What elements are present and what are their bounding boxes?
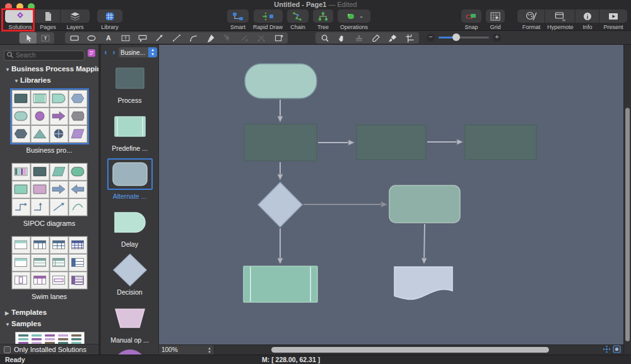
operations-button[interactable]: ⌄Operations	[338, 9, 370, 30]
tree-item-business-process-mapping[interactable]: ▼Business Process Mapping	[0, 63, 98, 74]
pan-navigator-icon[interactable]	[603, 344, 611, 356]
library-tile[interactable]	[31, 126, 49, 143]
frame-tool[interactable]	[270, 32, 287, 44]
library-tile[interactable]	[50, 126, 68, 143]
library-tile[interactable]	[50, 272, 68, 289]
tree-item-samples[interactable]: ▼Samples	[0, 318, 98, 329]
library-tile[interactable]	[12, 126, 30, 143]
stencil-item-delay[interactable]: Delay	[101, 206, 158, 249]
library-tile[interactable]	[50, 108, 68, 125]
stencil-item-decision[interactable]: Decision	[101, 254, 158, 296]
hypernote-button[interactable]: ∞Hypernote	[545, 9, 575, 30]
library-tile[interactable]	[12, 272, 30, 289]
present-button[interactable]: Present	[599, 9, 627, 30]
flowchart-node-predefined-1[interactable]	[244, 266, 317, 302]
flowchart-node-process-1[interactable]	[244, 124, 317, 161]
stencil-item-circle[interactable]	[101, 350, 158, 355]
flowchart-connector[interactable]	[422, 224, 427, 264]
flowchart-connector[interactable]	[278, 100, 283, 122]
only-installed-checkbox[interactable]	[4, 346, 11, 353]
stencil-forward-button[interactable]: ›	[110, 48, 117, 57]
arc-tool[interactable]	[185, 32, 202, 44]
library-tile[interactable]	[50, 199, 68, 216]
library-tile[interactable]	[31, 108, 49, 125]
zoom-out-button[interactable]: −	[427, 33, 435, 42]
pointer-tool[interactable]	[20, 32, 37, 44]
page-overview-icon[interactable]	[613, 344, 621, 356]
flowchart-connector[interactable]	[304, 202, 387, 208]
pencil-tool[interactable]	[367, 32, 384, 44]
flowchart-node-process-2[interactable]	[357, 125, 426, 160]
text-tool[interactable]: A	[100, 32, 117, 44]
library-tile[interactable]	[31, 272, 49, 289]
pen-tool[interactable]	[202, 32, 219, 44]
vertical-scrollbar-thumb[interactable]	[625, 108, 630, 341]
library-tile[interactable]	[12, 199, 30, 216]
crop-tool[interactable]	[401, 32, 418, 44]
rectangle-tool[interactable]	[66, 32, 83, 44]
flowchart-node-document-1[interactable]	[394, 267, 452, 300]
flowchart-connector[interactable]	[427, 139, 463, 145]
brush-tool[interactable]	[384, 32, 401, 44]
canvas-zoom-control[interactable]: 100% ▲▼	[159, 345, 215, 355]
library-tile[interactable]	[12, 108, 30, 125]
library-tile[interactable]	[31, 181, 49, 198]
library-tile[interactable]	[31, 254, 49, 271]
library-tile[interactable]	[50, 181, 68, 198]
library-tile[interactable]	[12, 254, 30, 271]
library-tile[interactable]	[12, 181, 30, 198]
stencil-back-button[interactable]: ‹	[102, 48, 109, 57]
library-tile[interactable]	[69, 272, 87, 289]
solutions-store-icon[interactable]	[87, 49, 96, 60]
library-thumbnail-business-pro-[interactable]	[11, 90, 88, 143]
stencil-item-predefine-[interactable]: Predefine ...	[101, 110, 158, 153]
zoom-tool[interactable]	[316, 32, 333, 44]
hand-tool[interactable]	[333, 32, 350, 44]
library-tile[interactable]	[69, 237, 87, 254]
line-tool[interactable]	[168, 32, 185, 44]
solutions-button[interactable]: Solutions	[5, 9, 35, 30]
zoom-slider[interactable]: − +	[427, 33, 501, 42]
library-tile[interactable]	[50, 163, 68, 180]
flowchart-node-alternate-1[interactable]	[389, 185, 460, 223]
search-input[interactable]	[4, 50, 85, 61]
library-tile[interactable]	[69, 163, 87, 180]
flowchart-node-decision-1[interactable]	[258, 182, 302, 227]
flowchart-node-start[interactable]	[245, 64, 317, 98]
library-tile[interactable]	[12, 90, 30, 107]
stencil-item-alternate-[interactable]: Alternate ...	[101, 158, 158, 201]
flowchart-connector[interactable]	[318, 140, 355, 146]
zoom-in-button[interactable]: +	[493, 33, 501, 42]
zoom-slider-thumb[interactable]	[452, 33, 460, 41]
library-tile[interactable]	[50, 237, 68, 254]
format-button[interactable]: Format	[517, 9, 545, 30]
horizontal-scrollbar-thumb[interactable]	[271, 347, 549, 353]
library-button[interactable]: Library	[97, 9, 122, 30]
library-tile[interactable]	[69, 108, 87, 125]
connector-tool[interactable]	[151, 32, 168, 44]
library-tile[interactable]	[69, 126, 87, 143]
library-tile[interactable]	[12, 237, 30, 254]
stencil-item-manual-op-[interactable]: Manual op ...	[101, 302, 158, 344]
library-tile[interactable]	[50, 254, 68, 271]
tree-item-libraries[interactable]: ▼Libraries	[0, 74, 98, 86]
flowchart-connector[interactable]	[278, 162, 283, 180]
library-tile[interactable]	[31, 199, 49, 216]
library-thumbnail-swim-lanes[interactable]	[11, 236, 88, 290]
flowchart-connector[interactable]	[278, 228, 283, 264]
zoom-slider-track[interactable]	[439, 37, 489, 38]
library-tile[interactable]	[31, 90, 49, 107]
ellipse-tool[interactable]	[83, 32, 100, 44]
tree-item-templates[interactable]: ▶Templates	[0, 307, 98, 318]
layers-button[interactable]: Layers	[61, 9, 90, 30]
flowchart-node-process-3[interactable]	[465, 125, 536, 160]
text-select-tool[interactable]: T	[37, 32, 54, 44]
library-tile[interactable]	[69, 181, 87, 198]
library-tile[interactable]	[12, 163, 30, 180]
grid-button[interactable]: Grid	[486, 9, 505, 30]
smart-button[interactable]: Smart	[227, 9, 249, 30]
callout-tool[interactable]	[134, 32, 151, 44]
library-tile[interactable]	[69, 254, 87, 271]
library-tile[interactable]	[31, 237, 49, 254]
textbox-tool[interactable]: T	[117, 32, 134, 44]
